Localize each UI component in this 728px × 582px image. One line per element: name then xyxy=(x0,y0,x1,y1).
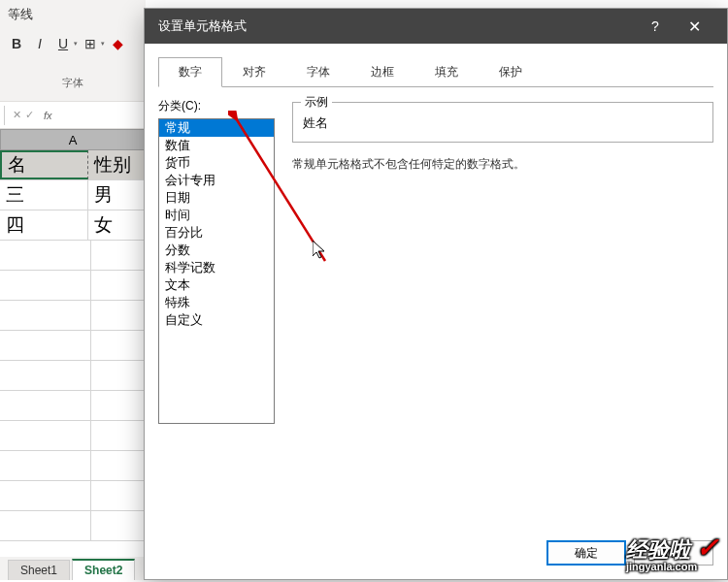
border-button[interactable]: ⊞ xyxy=(80,33,101,54)
tab-border[interactable]: 边框 xyxy=(350,57,414,87)
watermark: 经验啦 ✓ jingyanla.com xyxy=(626,532,718,572)
category-general[interactable]: 常规 xyxy=(159,119,274,137)
cell[interactable] xyxy=(91,301,147,330)
font-name-selector[interactable]: 等线 xyxy=(0,0,146,29)
check-icon: ✓ xyxy=(696,533,718,563)
category-fraction[interactable]: 分数 xyxy=(159,242,274,259)
chevron-down-icon[interactable]: ▾ xyxy=(101,40,105,48)
cell-b3[interactable]: 女 xyxy=(88,210,147,240)
sheet-tab-1[interactable]: Sheet1 xyxy=(8,560,70,580)
dialog-titlebar[interactable]: 设置单元格格式 ? ✕ xyxy=(145,9,727,44)
cell[interactable] xyxy=(0,301,91,330)
cell[interactable] xyxy=(0,391,91,420)
cell[interactable] xyxy=(91,391,147,420)
spreadsheet-grid: A 名 性别 三 男 四 女 xyxy=(0,129,146,551)
dialog-tabs: 数字 对齐 字体 边框 填充 保护 xyxy=(145,44,727,87)
cell[interactable] xyxy=(91,361,147,390)
category-special[interactable]: 特殊 xyxy=(159,294,274,311)
tab-alignment[interactable]: 对齐 xyxy=(222,57,286,87)
bold-button[interactable]: B xyxy=(6,33,27,54)
sample-box: 示例 姓名 xyxy=(292,102,713,143)
format-description: 常规单元格格式不包含任何特定的数字格式。 xyxy=(292,143,713,173)
cell[interactable] xyxy=(0,331,91,360)
sheet-tab-2[interactable]: Sheet2 xyxy=(72,559,135,580)
ok-button[interactable]: 确定 xyxy=(546,540,626,566)
cell[interactable] xyxy=(0,451,91,480)
category-number[interactable]: 数值 xyxy=(159,137,274,154)
fill-color-button[interactable]: ◆ xyxy=(107,33,128,54)
tab-fill[interactable]: 填充 xyxy=(414,57,479,87)
cell[interactable] xyxy=(0,361,91,390)
category-label: 分类(C): xyxy=(158,98,275,118)
cancel-icon[interactable]: ✕ xyxy=(13,109,21,121)
cell-a3[interactable]: 四 xyxy=(0,210,88,240)
category-custom[interactable]: 自定义 xyxy=(159,311,274,329)
help-button[interactable]: ? xyxy=(636,18,675,34)
category-accounting[interactable]: 会计专用 xyxy=(159,172,274,189)
underline-button[interactable]: U xyxy=(52,33,74,54)
watermark-text: 经验啦 xyxy=(626,537,690,562)
ribbon-panel: 等线 B I U ▾ ⊞ ▾ ◆ 字体 xyxy=(0,0,146,102)
category-list[interactable]: 常规 数值 货币 会计专用 日期 时间 百分比 分数 科学记数 文本 特殊 自定… xyxy=(158,118,275,424)
cell[interactable] xyxy=(91,271,147,300)
sheet-tabs: Sheet1 Sheet2 xyxy=(0,557,146,580)
category-text[interactable]: 文本 xyxy=(159,276,274,294)
chevron-down-icon[interactable]: ▾ xyxy=(74,40,78,48)
dialog-title: 设置单元格格式 xyxy=(158,17,636,35)
tab-protection[interactable]: 保护 xyxy=(479,57,543,87)
formula-bar: ✕ ✓ fx xyxy=(0,102,146,129)
cell[interactable] xyxy=(0,421,91,450)
cell[interactable] xyxy=(0,241,91,270)
cell[interactable] xyxy=(91,421,147,450)
cell[interactable] xyxy=(0,481,91,510)
format-cells-dialog: 设置单元格格式 ? ✕ 数字 对齐 字体 边框 填充 保护 分类(C): 常规 … xyxy=(144,8,728,580)
ribbon-group-label: 字体 xyxy=(0,58,146,90)
cell-a1[interactable]: 名 xyxy=(0,150,88,179)
category-time[interactable]: 时间 xyxy=(159,207,274,224)
tab-number[interactable]: 数字 xyxy=(158,57,222,87)
cell-b1[interactable]: 性别 xyxy=(88,150,146,179)
check-icon[interactable]: ✓ xyxy=(25,109,34,121)
cell-b2[interactable]: 男 xyxy=(88,180,147,210)
italic-button[interactable]: I xyxy=(29,33,50,54)
category-date[interactable]: 日期 xyxy=(159,189,274,207)
cell[interactable] xyxy=(91,451,147,480)
cell[interactable] xyxy=(91,241,147,270)
sample-value: 姓名 xyxy=(303,109,703,132)
category-currency[interactable]: 货币 xyxy=(159,154,274,172)
column-header-a[interactable]: A xyxy=(0,129,146,150)
cell[interactable] xyxy=(91,511,147,540)
fx-button[interactable]: fx xyxy=(38,110,58,121)
category-scientific[interactable]: 科学记数 xyxy=(159,259,274,276)
sample-label: 示例 xyxy=(301,94,332,111)
category-percentage[interactable]: 百分比 xyxy=(159,224,274,242)
cell[interactable] xyxy=(0,511,91,540)
format-toolbar: B I U ▾ ⊞ ▾ ◆ xyxy=(0,29,146,58)
cell[interactable] xyxy=(91,331,147,360)
cell[interactable] xyxy=(91,481,147,510)
close-button[interactable]: ✕ xyxy=(675,17,713,36)
cell[interactable] xyxy=(0,271,91,300)
tab-font[interactable]: 字体 xyxy=(286,57,350,87)
cell-a2[interactable]: 三 xyxy=(0,180,88,210)
